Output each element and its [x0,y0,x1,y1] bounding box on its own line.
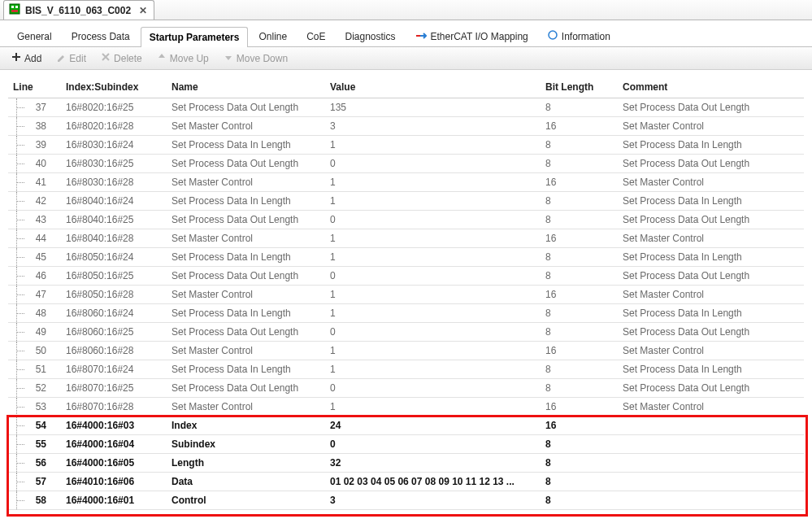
info-icon [548,30,558,42]
cell: Set Process Data Out Length [167,211,325,229]
cell: Set Master Control [167,117,325,136]
cell: Set Process Data In Length [618,248,804,267]
table-row[interactable]: 4016#8030:16#25Set Process Data Out Leng… [8,155,804,173]
cell: 41 [8,173,61,192]
cell: 50 [8,342,61,360]
cell [618,416,804,435]
table-row[interactable]: 5416#4000:16#03Index2416 [8,416,804,435]
table-row[interactable]: 5516#4000:16#04Subindex08 [8,435,804,454]
cell: Set Master Control [167,286,325,304]
table-row[interactable]: 4216#8040:16#24Set Process Data In Lengt… [8,192,804,211]
tab-coe[interactable]: CoE [297,26,334,46]
tab-information[interactable]: Information [539,25,619,46]
tab-ethercat-i-o-mapping[interactable]: EtherCAT I/O Mapping [406,26,537,46]
arrow-up-icon [157,52,167,64]
cell: 16#8070:16#28 [61,398,167,416]
table-row[interactable]: 5616#4000:16#05Length328 [8,454,804,473]
cell: 37 [8,98,61,117]
cell: 135 [325,98,541,117]
cell: 16#8030:16#28 [61,173,167,192]
cell: 45 [8,248,61,267]
tab-label: General [17,31,52,42]
cell: Set Process Data In Length [167,304,325,323]
add-button[interactable]: Add [8,50,45,66]
tab-general[interactable]: General [8,26,61,46]
svg-rect-3 [11,10,18,12]
cell: 1 [325,136,541,155]
cell: Set Master Control [167,342,325,360]
table-row[interactable]: 5816#4000:16#01Control38 [8,491,804,510]
svg-rect-0 [10,4,20,14]
edit-button[interactable]: Edit [53,50,89,66]
cell: 1 [325,248,541,267]
table-row[interactable]: 3916#8030:16#24Set Process Data In Lengt… [8,136,804,155]
cell: Set Master Control [618,286,804,304]
tab-label: Startup Parameters [150,32,240,43]
parameters-table[interactable]: LineIndex:SubindexNameValueBit LengthCom… [8,76,804,510]
document-tab-title: BIS_V_6110_063_C002 [25,5,131,16]
table-row[interactable]: 4616#8050:16#25Set Process Data Out Leng… [8,267,804,286]
cell: 40 [8,155,61,173]
column-header[interactable]: Bit Length [541,76,618,98]
close-icon[interactable]: ✕ [139,5,147,16]
cell: 42 [8,192,61,211]
delete-button[interactable]: Delete [98,50,145,66]
column-header[interactable]: Value [325,76,541,98]
cell: 16 [541,117,618,136]
cell: Set Process Data In Length [618,192,804,211]
column-header[interactable]: Comment [618,76,804,98]
table-row[interactable]: 4316#8040:16#25Set Process Data Out Leng… [8,211,804,229]
table-row[interactable]: 5316#8070:16#28Set Master Control116Set … [8,398,804,416]
cell: 47 [8,286,61,304]
column-header[interactable]: Name [167,76,325,98]
cell: Set Process Data Out Length [618,211,804,229]
table-row[interactable]: 4116#8030:16#28Set Master Control116Set … [8,173,804,192]
cell: 01 02 03 04 05 06 07 08 09 10 11 12 13 .… [325,473,541,491]
tab-online[interactable]: Online [250,26,296,46]
delete-icon [101,52,111,64]
cell: Set Master Control [167,398,325,416]
move-up-button[interactable]: Move Up [154,50,212,66]
table-row[interactable]: 4816#8060:16#24Set Process Data In Lengt… [8,304,804,323]
cell: Set Process Data In Length [618,360,804,379]
table-row[interactable]: 5016#8060:16#28Set Master Control116Set … [8,342,804,360]
table-row[interactable]: 5116#8070:16#24Set Process Data In Lengt… [8,360,804,379]
table-row[interactable]: 3716#8020:16#25Set Process Data Out Leng… [8,98,804,117]
column-header[interactable]: Index:Subindex [61,76,167,98]
tab-label: Information [562,31,610,42]
table-row[interactable]: 5216#8070:16#25Set Process Data Out Leng… [8,379,804,398]
cell: 46 [8,267,61,286]
cell: 16#8020:16#28 [61,117,167,136]
table-row[interactable]: 4416#8040:16#28Set Master Control116Set … [8,229,804,248]
table-row[interactable]: 4916#8060:16#25Set Process Data Out Leng… [8,323,804,342]
cell: Set Process Data In Length [618,304,804,323]
table-row[interactable]: 3816#8020:16#28Set Master Control316Set … [8,117,804,136]
toolbar: Add Edit Delete Move Up Move Down [0,47,812,70]
cell: Set Master Control [167,173,325,192]
cell: 8 [541,304,618,323]
cell: 16 [541,416,618,435]
cell [618,473,804,491]
cell: 8 [541,454,618,473]
document-tab[interactable]: BIS_V_6110_063_C002 ✕ [3,0,154,20]
move-down-button[interactable]: Move Down [220,50,291,66]
cell: Set Process Data Out Length [167,379,325,398]
cell: 1 [325,286,541,304]
cell: 0 [325,323,541,342]
cell: 16#8050:16#28 [61,286,167,304]
tab-label: Process Data [72,31,130,42]
cell: Set Process Data In Length [167,360,325,379]
table-row[interactable]: 4716#8050:16#28Set Master Control116Set … [8,286,804,304]
table-row[interactable]: 5716#4010:16#06Data01 02 03 04 05 06 07 … [8,473,804,491]
grid-wrap: LineIndex:SubindexNameValueBit LengthCom… [0,70,812,510]
tab-process-data[interactable]: Process Data [63,26,139,46]
tab-startup-parameters[interactable]: Startup Parameters [141,27,249,47]
cell: 16#8060:16#25 [61,323,167,342]
svg-rect-2 [15,6,18,8]
table-row[interactable]: 4516#8050:16#24Set Process Data In Lengt… [8,248,804,267]
cell: Set Process Data In Length [618,136,804,155]
column-header[interactable]: Line [8,76,61,98]
cell: 1 [325,398,541,416]
cell: 16#8030:16#25 [61,155,167,173]
tab-diagnostics[interactable]: Diagnostics [336,26,404,46]
